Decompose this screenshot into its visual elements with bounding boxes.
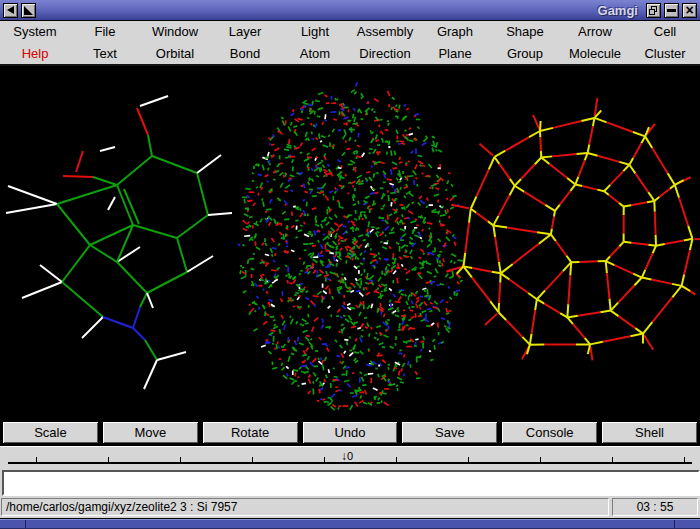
menu-item-direction[interactable]: Direction bbox=[359, 46, 410, 61]
menu-item-text[interactable]: Text bbox=[93, 46, 117, 61]
ruler-tick bbox=[180, 457, 181, 462]
ruler-tick bbox=[324, 457, 325, 462]
menu-item-system[interactable]: System bbox=[13, 24, 56, 39]
toolbar: ScaleMoveRotateUndoSaveConsoleShell bbox=[0, 420, 700, 446]
menu-item-plane[interactable]: Plane bbox=[438, 46, 471, 61]
menu-item-file[interactable]: File bbox=[95, 24, 116, 39]
menu-item-graph[interactable]: Graph bbox=[437, 24, 473, 39]
status-path-panel: /home/carlos/gamgi/xyz/zeolite2 3 : Si 7… bbox=[1, 498, 609, 516]
titlebar[interactable]: Gamgi × bbox=[0, 0, 700, 21]
ruler-marker[interactable]: ↓0 bbox=[341, 449, 353, 463]
window-title: Gamgi bbox=[598, 3, 638, 18]
restore-icon bbox=[649, 6, 658, 15]
window-shade-button[interactable] bbox=[21, 3, 36, 18]
menu-item-bond[interactable]: Bond bbox=[230, 46, 260, 61]
menu-item-help[interactable]: Help bbox=[22, 46, 49, 61]
ruler[interactable]: ↓0 bbox=[0, 446, 700, 468]
restore-button[interactable] bbox=[646, 3, 661, 18]
statusbar: /home/carlos/gamgi/xyz/zeolite2 3 : Si 7… bbox=[0, 496, 700, 518]
toolbar-button-shell[interactable]: Shell bbox=[601, 421, 698, 444]
resize-handle-divider-left bbox=[25, 520, 26, 528]
menu-item-cell[interactable]: Cell bbox=[654, 24, 676, 39]
menu-item-atom[interactable]: Atom bbox=[300, 46, 330, 61]
menu-item-window[interactable]: Window bbox=[152, 24, 198, 39]
ruler-tick bbox=[612, 457, 613, 462]
window-menu-icon bbox=[7, 6, 14, 14]
menu-item-orbital[interactable]: Orbital bbox=[156, 46, 194, 61]
toolbar-button-rotate[interactable]: Rotate bbox=[202, 421, 299, 444]
status-clock-panel: 03 : 55 bbox=[612, 498, 698, 516]
gamgi-window: Gamgi × SystemFileWindowLayerLightAssemb… bbox=[0, 0, 700, 529]
toolbar-button-undo[interactable]: Undo bbox=[302, 421, 399, 444]
entry-band bbox=[0, 468, 700, 496]
menu-item-light[interactable]: Light bbox=[301, 24, 329, 39]
window-resize-bar[interactable] bbox=[0, 518, 700, 529]
command-entry-input[interactable] bbox=[4, 472, 698, 494]
window-menu-button[interactable] bbox=[3, 3, 18, 18]
ruler-tick bbox=[252, 457, 253, 462]
ruler-tick bbox=[396, 457, 397, 462]
minimize-icon bbox=[667, 9, 676, 12]
menu-item-cluster[interactable]: Cluster bbox=[644, 46, 685, 61]
close-button[interactable]: × bbox=[682, 3, 697, 18]
menu-item-layer[interactable]: Layer bbox=[229, 24, 262, 39]
ruler-tick bbox=[684, 457, 685, 462]
molecule-canvas-svg bbox=[0, 66, 700, 420]
toolbar-button-move[interactable]: Move bbox=[102, 421, 199, 444]
minimize-button[interactable] bbox=[664, 3, 679, 18]
toolbar-button-save[interactable]: Save bbox=[401, 421, 498, 444]
ruler-tick bbox=[36, 457, 37, 462]
molecule-canvas[interactable] bbox=[0, 66, 700, 420]
ruler-tick bbox=[468, 457, 469, 462]
menu-item-group[interactable]: Group bbox=[507, 46, 543, 61]
command-entry-frame bbox=[2, 470, 700, 496]
toolbar-button-console[interactable]: Console bbox=[501, 421, 598, 444]
menu-item-assembly[interactable]: Assembly bbox=[357, 24, 413, 39]
menu-item-molecule[interactable]: Molecule bbox=[569, 46, 621, 61]
close-icon: × bbox=[685, 5, 693, 15]
status-path-text: /home/carlos/gamgi/xyz/zeolite2 3 : Si 7… bbox=[6, 500, 237, 514]
menu-item-arrow[interactable]: Arrow bbox=[578, 24, 612, 39]
ruler-marker-label: 0 bbox=[347, 450, 353, 462]
status-clock-text: 03 : 55 bbox=[637, 500, 674, 514]
toolbar-button-scale[interactable]: Scale bbox=[2, 421, 99, 444]
ruler-tick bbox=[108, 457, 109, 462]
ruler-tick bbox=[540, 457, 541, 462]
shade-corner-icon bbox=[24, 6, 33, 15]
menu-item-shape[interactable]: Shape bbox=[506, 24, 544, 39]
menubar: SystemFileWindowLayerLightAssemblyGraphS… bbox=[0, 21, 700, 66]
resize-handle-divider-right bbox=[674, 520, 675, 528]
